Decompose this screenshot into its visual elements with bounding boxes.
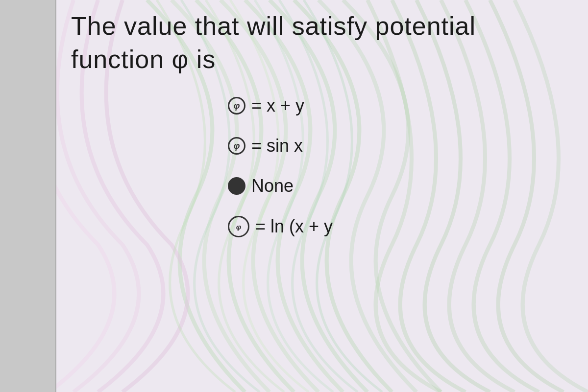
radio-button-1[interactable]: φ [228, 97, 245, 115]
option-label-2: = sin x [251, 136, 303, 156]
option-3[interactable]: None [228, 176, 573, 196]
main-content: The value that will satisfy potential fu… [56, 0, 588, 392]
option-label-3: None [251, 176, 294, 196]
option-label-4: = ln (x + y [255, 216, 333, 237]
radio-phi-4: φ [236, 223, 242, 231]
radio-phi-1: φ [234, 101, 240, 111]
question-text: The value that will satisfy potential fu… [71, 10, 573, 76]
option-2[interactable]: φ = sin x [228, 136, 573, 156]
option-1[interactable]: φ = x + y [228, 95, 573, 116]
options-container: φ = x + y φ = sin x None φ = ln (x + y [228, 95, 573, 237]
left-sidebar-bar [0, 0, 56, 392]
radio-button-4[interactable]: φ [228, 216, 249, 237]
radio-button-3[interactable] [228, 177, 245, 195]
option-label-1: = x + y [251, 95, 304, 116]
option-4[interactable]: φ = ln (x + y [228, 216, 573, 237]
radio-button-2[interactable]: φ [228, 137, 245, 155]
question-line2: function φ is [71, 43, 573, 76]
question-line1: The value that will satisfy potential [71, 10, 573, 43]
radio-phi-2: φ [234, 141, 240, 151]
